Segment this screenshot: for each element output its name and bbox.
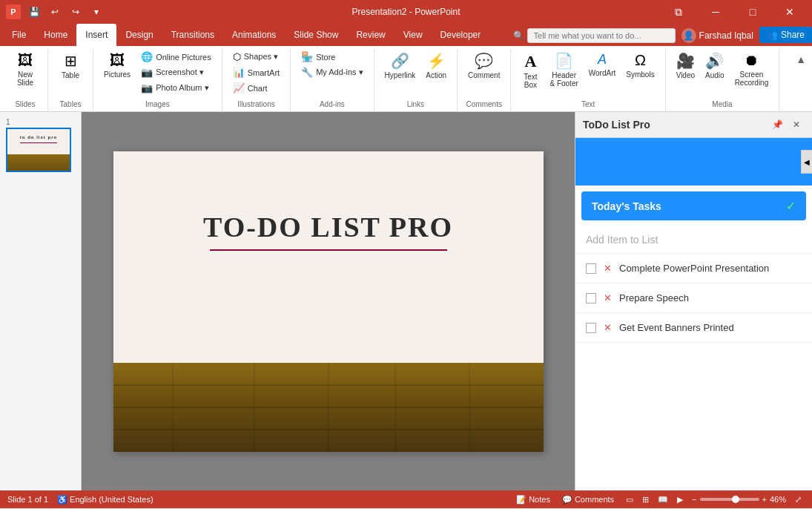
symbols-icon: Ω — [635, 52, 646, 69]
fit-window-btn[interactable]: ⤢ — [792, 494, 805, 505]
todo-item-delete-2[interactable]: ✕ — [604, 322, 612, 333]
restore-btn[interactable]: ⧉ — [662, 0, 695, 24]
photo-album-button[interactable]: 📷 Photo Album ▾ — [136, 80, 216, 96]
customize-quick-btn[interactable]: ▾ — [88, 3, 105, 21]
slide-canvas[interactable]: TO-DO LIST PRO — [113, 151, 544, 452]
title-bar: P 💾 ↩ ↪ ▾ Presentation2 - PowerPoint ⧉ ─… — [0, 0, 812, 24]
ribbon-collapse[interactable]: ▲ — [793, 49, 809, 111]
header-footer-button[interactable]: 📄 Header& Footer — [545, 49, 582, 91]
zoom-in-icon[interactable]: + — [762, 495, 767, 504]
zoom-controls: − + 46% — [692, 495, 786, 504]
new-slide-label: NewSlide — [17, 70, 33, 87]
screen-recording-label: ScreenRecording — [735, 70, 769, 87]
tab-file[interactable]: File — [3, 24, 35, 46]
online-pictures-button[interactable]: 🌐 Online Pictures — [136, 49, 216, 65]
slideshow-btn[interactable]: ▶ — [674, 494, 686, 505]
reading-view-btn[interactable]: 📖 — [655, 494, 671, 505]
video-button[interactable]: 🎥 Video — [672, 49, 699, 82]
action-button[interactable]: ⚡ Action — [421, 49, 451, 82]
tab-transitions[interactable]: Transitions — [162, 24, 223, 46]
text-box-icon: A — [524, 52, 536, 71]
shapes-button[interactable]: ⬡ Shapes ▾ — [228, 49, 284, 65]
audio-button[interactable]: 🔊 Audio — [701, 49, 729, 82]
comment-button[interactable]: 💬 Comment — [463, 49, 504, 82]
tab-developer[interactable]: Developer — [432, 24, 490, 46]
status-bar-right: 📝 Notes 💬 Comments ▭ ⊞ 📖 ▶ − + 46% ⤢ — [513, 494, 805, 505]
screen-recording-button[interactable]: ⏺ ScreenRecording — [730, 49, 773, 90]
slide-sorter-btn[interactable]: ⊞ — [639, 494, 652, 505]
screenshot-icon: 📷 — [141, 67, 153, 78]
table-icon: ⊞ — [65, 52, 77, 70]
my-addins-label: My Add-ins ▾ — [316, 68, 363, 77]
zoom-slider[interactable] — [700, 498, 759, 501]
smartart-button[interactable]: 📊 SmartArt — [228, 65, 284, 80]
video-icon: 🎥 — [676, 52, 695, 70]
todo-body: Today's Tasks ✓ Add Item to List ✕ Compl… — [575, 185, 812, 490]
list-item: ✕ Prepare Speech — [575, 283, 812, 313]
symbols-button[interactable]: Ω Symbols — [621, 49, 658, 82]
ribbon-group-illustrations: ⬡ Shapes ▾ 📊 SmartArt 📈 Chart Illustrati… — [222, 49, 291, 111]
title-bar-controls: ⧉ ─ □ ✕ — [662, 0, 806, 24]
todo-blue-bar: ◀ — [575, 138, 812, 185]
ribbon-search-input[interactable] — [527, 28, 676, 43]
pictures-button[interactable]: 🖼 Pictures — [99, 49, 135, 82]
todo-item-checkbox-0[interactable] — [586, 263, 596, 274]
images-group-label: Images — [145, 99, 170, 111]
window-title: Presentation2 - PowerPoint — [351, 7, 460, 17]
status-bar-left: Slide 1 of 1 ♿ English (United States) — [7, 495, 154, 505]
tab-design[interactable]: Design — [116, 24, 162, 46]
tab-insert[interactable]: Insert — [76, 24, 116, 46]
ribbon-group-tables: ⊞ Table Tables — [48, 49, 93, 111]
redo-quick-btn[interactable]: ↪ — [67, 3, 85, 21]
tab-home[interactable]: Home — [35, 24, 76, 46]
todo-close-button[interactable]: ✕ — [788, 116, 805, 133]
today-tasks-checkmark: ✓ — [786, 199, 796, 213]
undo-quick-btn[interactable]: ↩ — [46, 3, 64, 21]
todo-item-checkbox-1[interactable] — [586, 293, 596, 303]
floor-planks-svg — [113, 363, 544, 452]
tab-animations[interactable]: Animations — [223, 24, 285, 46]
wordart-button[interactable]: A WordArt — [584, 49, 621, 80]
todo-panel: ToDo List Pro 📌 ✕ ◀ Today's Tasks ✓ Add … — [575, 112, 812, 490]
slide-thumbnail[interactable]: to do list pro — [6, 128, 71, 172]
todo-item-checkbox-2[interactable] — [586, 323, 596, 333]
save-quick-btn[interactable]: 💾 — [25, 3, 43, 21]
my-addins-button[interactable]: 🔧 My Add-ins ▾ — [297, 65, 367, 80]
table-button[interactable]: ⊞ Table — [54, 49, 87, 82]
tab-view[interactable]: View — [395, 24, 432, 46]
close-btn[interactable]: ✕ — [773, 0, 806, 24]
new-slide-icon: 🖼 — [18, 52, 33, 69]
todo-item-delete-1[interactable]: ✕ — [604, 292, 612, 303]
screenshot-button[interactable]: 📷 Screenshot ▾ — [136, 65, 216, 80]
comments-group-label: Comments — [466, 99, 502, 111]
chart-button[interactable]: 📈 Chart — [228, 80, 284, 96]
comments-button[interactable]: 💬 Comments — [559, 494, 617, 505]
online-pictures-icon: 🌐 — [141, 51, 153, 62]
new-slide-button[interactable]: 🖼 NewSlide — [9, 49, 42, 90]
slides-group-label: Slides — [15, 99, 35, 111]
minimize-btn[interactable]: ─ — [699, 0, 732, 24]
photo-album-label: Photo Album ▾ — [156, 83, 208, 93]
todo-collapse-button[interactable]: ◀ — [801, 150, 812, 174]
text-box-button[interactable]: A TextBox — [517, 49, 544, 92]
audio-label: Audio — [705, 71, 724, 79]
maximize-btn[interactable]: □ — [736, 0, 769, 24]
zoom-out-icon[interactable]: − — [692, 495, 696, 504]
addins-group-label: Add-ins — [320, 99, 345, 111]
add-item-row[interactable]: Add Item to List — [575, 226, 812, 254]
tab-slideshow[interactable]: Slide Show — [285, 24, 347, 46]
normal-view-btn[interactable]: ▭ — [623, 494, 636, 505]
tab-review[interactable]: Review — [347, 24, 394, 46]
store-button[interactable]: 🏪 Store — [297, 49, 367, 65]
smartart-label: SmartArt — [248, 68, 280, 77]
todo-pin-button[interactable]: 📌 — [769, 116, 785, 133]
notes-button[interactable]: 📝 Notes — [513, 494, 553, 505]
share-button[interactable]: 👥 Share — [759, 27, 812, 43]
comment-icon: 💬 — [475, 52, 493, 70]
ribbon-group-addins: 🏪 Store 🔧 My Add-ins ▾ Add-ins — [291, 49, 374, 111]
slide-title: TO-DO LIST PRO — [113, 211, 544, 243]
slide-number: 1 — [6, 118, 75, 126]
today-tasks-bar[interactable]: Today's Tasks ✓ — [581, 191, 806, 220]
hyperlink-button[interactable]: 🔗 Hyperlink — [380, 49, 420, 82]
todo-item-delete-0[interactable]: ✕ — [604, 263, 612, 274]
